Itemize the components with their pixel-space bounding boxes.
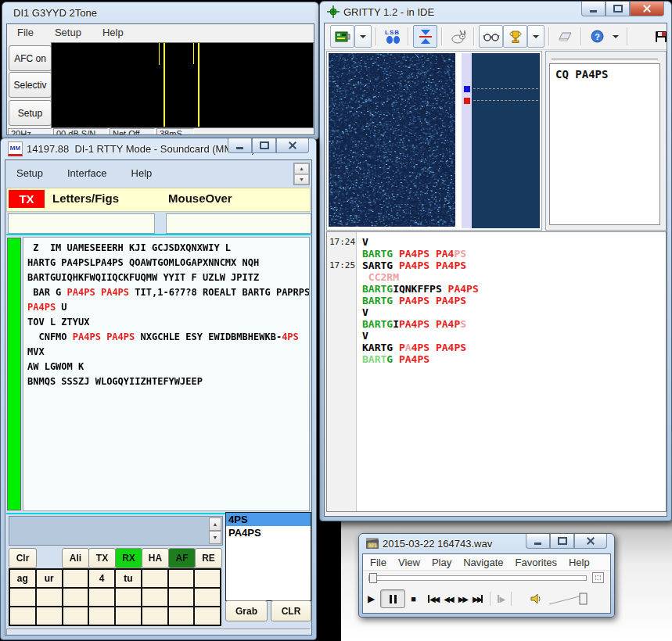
- macro-cell[interactable]: [37, 607, 62, 625]
- mouseover-input[interactable]: [166, 213, 311, 234]
- ali-button[interactable]: Ali: [62, 548, 89, 568]
- seek-end-box[interactable]: [592, 572, 604, 583]
- menu-item-navigate[interactable]: Navigate: [463, 557, 503, 568]
- seek-thumb[interactable]: [369, 573, 377, 583]
- afc-on-button[interactable]: AFC on: [9, 45, 52, 71]
- center-tuning-button[interactable]: [413, 25, 437, 48]
- macro-cell[interactable]: [169, 589, 194, 606]
- menu-item-help[interactable]: Help: [569, 557, 590, 568]
- macro-cell[interactable]: [63, 589, 88, 606]
- pause-button[interactable]: [380, 589, 405, 608]
- receive-text[interactable]: Z IM UAMESEEERH KJI GCJSDXQNXWIY LHARTG …: [23, 237, 310, 511]
- titlebar-wav[interactable]: 321 2015-03-22 164743.wav: [359, 534, 614, 553]
- re-button[interactable]: RE: [195, 548, 222, 568]
- space-marker-red[interactable]: [464, 98, 470, 104]
- menu-item-file[interactable]: File: [17, 27, 34, 38]
- frequency-spinner[interactable]: ▲▼: [293, 163, 310, 185]
- macro-cell[interactable]: [195, 570, 220, 587]
- macro-cell[interactable]: [195, 607, 220, 625]
- spectrum-display[interactable]: [51, 42, 314, 128]
- close-button[interactable]: [574, 534, 607, 549]
- macro-cell[interactable]: [142, 570, 167, 587]
- cq-callsign-box[interactable]: CQ PA4PS: [549, 63, 660, 225]
- macro-cell[interactable]: [142, 589, 167, 606]
- minimize-button[interactable]: [581, 2, 606, 16]
- macro-cell[interactable]: ur: [37, 570, 62, 587]
- threshold-slider[interactable]: [552, 59, 658, 62]
- af-button[interactable]: AF: [168, 548, 196, 568]
- speaker-button[interactable]: [530, 590, 542, 607]
- macro-cell[interactable]: [142, 607, 167, 625]
- seek-slider[interactable]: [368, 575, 587, 581]
- lsb-mode-button[interactable]: LSB: [381, 26, 404, 47]
- tx-buffer-scrollbar[interactable]: ▲ ▼: [209, 517, 221, 544]
- macro-cell[interactable]: ag: [10, 570, 35, 587]
- macro-cell[interactable]: [37, 589, 62, 606]
- ha-button[interactable]: HA: [142, 548, 169, 568]
- close-button[interactable]: [630, 2, 664, 16]
- awards-dropdown-button[interactable]: [527, 25, 544, 48]
- menu-item-favorites[interactable]: Favorites: [516, 557, 557, 568]
- fast-forward-button[interactable]: ▶▶: [458, 590, 467, 607]
- menu-item-view[interactable]: View: [398, 557, 420, 568]
- scroll-up-icon[interactable]: ▲: [209, 517, 221, 531]
- menu-item-help[interactable]: Help: [131, 167, 153, 179]
- spectrum-area[interactable]: [472, 53, 540, 228]
- macro-cell[interactable]: [169, 607, 194, 625]
- menu-item-help[interactable]: Help: [102, 27, 124, 38]
- spin-up-icon[interactable]: ▲: [294, 163, 309, 174]
- macro-cell[interactable]: [63, 570, 88, 587]
- sound-device-button[interactable]: [330, 25, 354, 48]
- device-dropdown-button[interactable]: [354, 25, 372, 48]
- volume-slider[interactable]: [548, 590, 590, 607]
- letters-figs-input[interactable]: [8, 213, 155, 234]
- spin-down-icon[interactable]: ▼: [294, 174, 309, 185]
- browse-button[interactable]: [479, 25, 503, 48]
- mark-marker-blue[interactable]: [464, 86, 470, 92]
- clr-button[interactable]: Clr: [9, 548, 37, 568]
- menu-item-file[interactable]: File: [370, 557, 386, 568]
- clr-list-button[interactable]: CLR: [271, 600, 311, 621]
- selectivity-button[interactable]: Selectiv: [9, 72, 52, 98]
- macro-cell[interactable]: [89, 589, 114, 606]
- tuning-strip[interactable]: [462, 53, 472, 228]
- macro-cell[interactable]: [10, 589, 35, 606]
- tx-indicator[interactable]: TX: [9, 190, 45, 208]
- save-button[interactable]: [649, 26, 667, 47]
- skip-back-button[interactable]: ◀◀: [428, 590, 438, 607]
- macro-cell[interactable]: [10, 607, 35, 625]
- macro-cell[interactable]: [116, 607, 141, 625]
- waterfall-display[interactable]: [329, 53, 455, 227]
- menu-item-setup[interactable]: Setup: [55, 27, 81, 38]
- stop-button[interactable]: ■: [411, 590, 416, 607]
- macro-cell[interactable]: 4: [89, 570, 114, 587]
- grab-button[interactable]: Grab: [225, 600, 268, 621]
- menu-item-play[interactable]: Play: [432, 557, 451, 568]
- close-button[interactable]: [276, 138, 309, 153]
- help-button[interactable]: ?: [586, 26, 609, 47]
- erase-button[interactable]: [554, 26, 577, 47]
- setup-button[interactable]: Setup: [9, 100, 52, 126]
- maximize-button[interactable]: [550, 534, 574, 549]
- macro-cell[interactable]: tu: [116, 570, 141, 587]
- decode-panel[interactable]: 17:24VBARTG PA4PS PA4PS17:25SARTG PA4PS …: [326, 231, 667, 512]
- maximize-button[interactable]: [252, 138, 276, 153]
- macro-cell[interactable]: [116, 589, 141, 606]
- speed-button[interactable]: [447, 26, 469, 47]
- menu-item-setup[interactable]: Setup: [16, 167, 43, 179]
- grab-list-item[interactable]: 4PS: [226, 513, 311, 526]
- macro-cell[interactable]: [63, 607, 88, 625]
- scroll-down-icon[interactable]: ▼: [209, 531, 221, 544]
- macro-cell[interactable]: [89, 607, 114, 625]
- maximize-button[interactable]: [606, 2, 630, 16]
- titlebar-2tone[interactable]: DI1 G3YYD 2Tone: [2, 2, 318, 23]
- rx-button[interactable]: RX: [115, 548, 142, 568]
- menu-item-interface[interactable]: Interface: [67, 167, 107, 179]
- rewind-button[interactable]: ◀◀: [444, 590, 452, 607]
- skip-forward-button[interactable]: ▶▶: [473, 590, 483, 607]
- grab-callsign-list[interactable]: 4PSPA4PS: [225, 512, 311, 601]
- titlebar-mmtty[interactable]: MM 14197.88 DI-1 RTTY Mode - Soundcard (…: [1, 138, 316, 159]
- minimize-button[interactable]: [228, 138, 252, 153]
- minimize-button[interactable]: [526, 534, 550, 549]
- step-button[interactable]: ▶: [498, 590, 504, 607]
